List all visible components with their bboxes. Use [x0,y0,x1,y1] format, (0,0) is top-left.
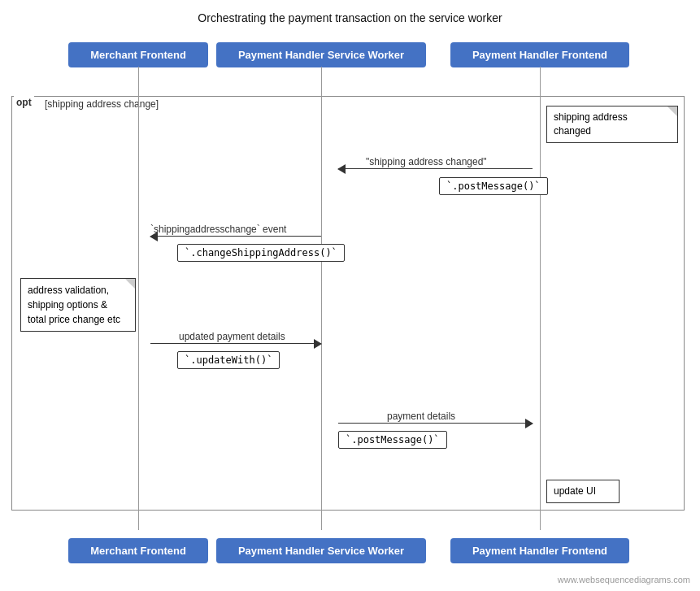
diagram-title: Orchestrating the payment transaction on… [0,0,700,33]
arrow-label-payment-details: payment details [387,411,455,422]
arrow-updated-payment [150,343,321,344]
lifeline-header-merchant-top: Merchant Frontend [68,42,208,67]
note-address-validation: address validation,shipping options &tot… [20,278,136,332]
arrow-label-shipping-changed: "shipping address changed" [366,156,487,167]
lifeline-header-frontend-bottom: Payment Handler Frontend [450,538,629,563]
method-postmessage-1: `.postMessage()` [439,177,548,195]
lifeline-line-sw [321,67,322,530]
opt-label: opt [14,96,34,109]
diagram-container: Orchestrating the payment transaction on… [0,0,700,591]
lifeline-header-frontend-top: Payment Handler Frontend [450,42,629,67]
arrow-label-shippingaddresschange: `shippingaddresschange` event [150,224,286,235]
method-postmessage-2: `.postMessage()` [338,431,447,449]
arrow-shippingaddresschange [150,236,321,237]
note-update-ui: update UI [546,480,620,503]
method-updatewith: `.updateWith()` [177,351,280,369]
lifeline-header-sw-bottom: Payment Handler Service Worker [216,538,426,563]
lifeline-line-frontend [540,67,541,530]
arrow-shipping-changed [338,168,533,169]
lifeline-header-sw-top: Payment Handler Service Worker [216,42,426,67]
arrow-payment-details [338,423,533,424]
note-shipping-changed: shipping address changed [546,106,678,143]
opt-condition: [shipping address change] [45,98,159,110]
method-changeshipping: `.changeShippingAddress()` [177,244,345,262]
lifeline-line-merchant [138,67,139,530]
watermark: www.websequencediagrams.com [558,575,690,584]
lifeline-header-merchant-bottom: Merchant Frontend [68,538,208,563]
arrow-label-updated-payment: updated payment details [179,331,285,342]
